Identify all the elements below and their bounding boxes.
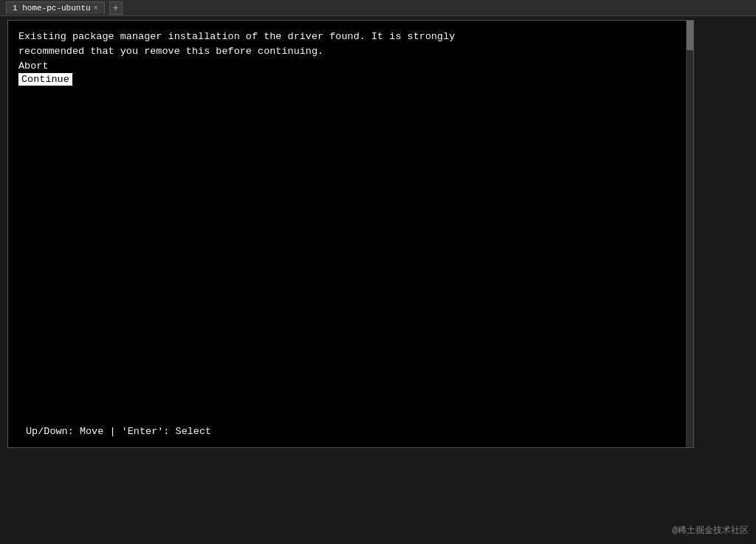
- scrollbar-thumb: [687, 21, 693, 50]
- driver-warning-line1: Existing package manager installation of…: [18, 30, 678, 44]
- terminal-window: Existing package manager installation of…: [7, 20, 694, 448]
- new-tab-button[interactable]: +: [109, 1, 123, 15]
- abort-option[interactable]: Abort: [18, 60, 678, 72]
- tab-label: 1 home-pc-ubuntu: [13, 4, 91, 13]
- watermark-text: @稀土掘金技术社区: [673, 524, 749, 537]
- desktop: 1 home-pc-ubuntu × + Existing package ma…: [0, 0, 756, 544]
- terminal-tab[interactable]: 1 home-pc-ubuntu ×: [6, 1, 105, 14]
- terminal-content-area: Existing package manager installation of…: [8, 21, 693, 434]
- driver-warning-line2: recommended that you remove this before …: [18, 44, 678, 59]
- tab-close-icon[interactable]: ×: [94, 4, 98, 13]
- terminal-scrollbar[interactable]: [686, 21, 693, 447]
- title-bar: 1 home-pc-ubuntu × +: [0, 0, 756, 16]
- keyboard-hint: Up/Down: Move | 'Enter': Select: [26, 426, 211, 437]
- continue-option[interactable]: Continue: [18, 73, 72, 86]
